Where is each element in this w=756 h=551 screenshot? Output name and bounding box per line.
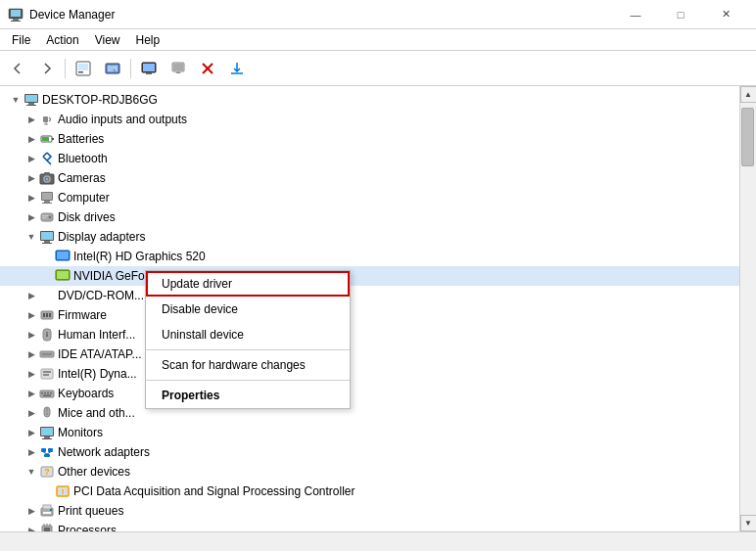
- tree-item-other[interactable]: ▼ ? Other devices: [0, 462, 739, 482]
- toolbar-back[interactable]: [4, 55, 31, 82]
- tree-item-hid[interactable]: ▶ Human Interf...: [0, 325, 739, 344]
- other-expand[interactable]: ▼: [24, 464, 39, 480]
- tree-item-mice[interactable]: ▶ Mice and oth...: [0, 403, 739, 423]
- dvd-expand[interactable]: ▶: [24, 288, 39, 303]
- bluetooth-icon: [39, 151, 55, 166]
- tree-item-bluetooth[interactable]: ▶ Bluetooth: [0, 149, 739, 168]
- diskdrives-label: Disk drives: [58, 210, 116, 224]
- scrollbar-thumb[interactable]: [741, 108, 754, 166]
- svg-rect-86: [43, 505, 51, 509]
- context-menu-uninstall-device[interactable]: Uninstall device: [146, 322, 350, 347]
- tree-item-computer[interactable]: ▶ Computer: [0, 188, 739, 207]
- root-expand[interactable]: ▼: [8, 92, 24, 108]
- svg-rect-43: [42, 243, 52, 244]
- print-expand[interactable]: ▶: [24, 503, 39, 519]
- hid-expand[interactable]: ▶: [24, 327, 39, 343]
- cameras-label: Cameras: [58, 171, 106, 185]
- svg-rect-76: [41, 448, 46, 452]
- tree-item-batteries[interactable]: ▶ Batteries: [0, 129, 739, 149]
- bluetooth-expand[interactable]: ▶: [24, 151, 39, 166]
- tree-item-ide[interactable]: ▶ IDE ATA/ATAP...: [0, 344, 739, 364]
- tree-item-diskdrives[interactable]: ▶ Disk drives: [0, 207, 739, 227]
- hid-label: Human Interf...: [58, 328, 135, 342]
- monitors-expand[interactable]: ▶: [24, 425, 39, 440]
- tree-item-intel-dyn[interactable]: ▶ Intel(R) Dyna...: [0, 364, 739, 384]
- context-menu-properties[interactable]: Properties: [146, 383, 350, 408]
- intel-dyn-expand[interactable]: ▶: [24, 366, 39, 382]
- mice-expand[interactable]: ▶: [24, 405, 39, 421]
- cameras-expand[interactable]: ▶: [24, 170, 39, 186]
- svg-rect-31: [44, 172, 50, 175]
- tree-item-dvd[interactable]: ▶ DVD/CD-ROM...: [0, 286, 739, 305]
- toolbar-device-update[interactable]: [165, 55, 192, 82]
- svg-rect-5: [78, 64, 88, 70]
- toolbar-forward[interactable]: [33, 55, 61, 82]
- print-icon: [39, 503, 55, 519]
- context-menu-update-driver[interactable]: Update driver: [146, 271, 350, 297]
- svg-point-71: [46, 413, 48, 415]
- batteries-expand[interactable]: ▶: [24, 131, 39, 147]
- tree-panel[interactable]: ▼ DESKTOP-RDJB6GG ▶: [0, 86, 739, 531]
- svg-rect-20: [28, 103, 34, 105]
- tree-item-intel-hd[interactable]: Intel(R) HD Graphics 520: [0, 247, 739, 266]
- toolbar-properties[interactable]: [70, 55, 97, 82]
- firmware-icon: [39, 307, 55, 323]
- svg-rect-64: [41, 392, 43, 394]
- tree-item-keyboards[interactable]: ▶ Keyboards: [0, 384, 739, 403]
- tree-item-cameras[interactable]: ▶ Cameras: [0, 168, 739, 188]
- menu-action[interactable]: Action: [38, 31, 86, 49]
- dvd-icon: [39, 288, 55, 303]
- close-button[interactable]: ✕: [703, 0, 748, 29]
- intel-dyn-label: Intel(R) Dyna...: [58, 367, 137, 381]
- svg-rect-75: [42, 438, 52, 439]
- hid-icon: [39, 327, 55, 343]
- scrollbar-down[interactable]: ▼: [740, 515, 757, 531]
- svg-line-79: [44, 452, 48, 454]
- tree-item-pci[interactable]: ! PCI Data Acquisition and Signal Proces…: [0, 482, 739, 501]
- maximize-button[interactable]: □: [658, 0, 703, 29]
- tree-item-display[interactable]: ▼ Display adapters: [0, 227, 739, 247]
- tree-item-monitors[interactable]: ▶ Monitors: [0, 423, 739, 442]
- processors-expand[interactable]: ▶: [24, 523, 39, 531]
- firmware-expand[interactable]: ▶: [24, 307, 39, 323]
- menu-view[interactable]: View: [87, 31, 128, 49]
- toolbar-remove[interactable]: [194, 55, 221, 82]
- context-menu-scan-hardware[interactable]: Scan for hardware changes: [146, 352, 350, 378]
- tree-item-audio[interactable]: ▶ Audio inputs and outputs: [0, 110, 739, 129]
- svg-rect-34: [44, 201, 50, 203]
- svg-rect-77: [48, 448, 53, 452]
- toolbar-monitor[interactable]: [135, 55, 163, 82]
- tree-item-firmware[interactable]: ▶ Firmware: [0, 305, 739, 325]
- svg-rect-41: [41, 232, 53, 240]
- computer-expand[interactable]: ▶: [24, 190, 39, 206]
- tree-item-network[interactable]: ▶ Network adapters: [0, 442, 739, 462]
- toolbar-download[interactable]: [223, 55, 251, 82]
- tree-item-nvidia[interactable]: NVIDIA GeForce 940M: [0, 266, 739, 286]
- display-expand[interactable]: ▼: [24, 229, 39, 245]
- scrollbar-up[interactable]: ▲: [740, 86, 757, 103]
- scrollbar-track[interactable]: [740, 103, 756, 515]
- ide-expand[interactable]: ▶: [24, 346, 39, 362]
- tree-root[interactable]: ▼ DESKTOP-RDJB6GG: [0, 90, 739, 110]
- tree-item-print[interactable]: ▶ Print queues: [0, 501, 739, 521]
- menu-help[interactable]: Help: [128, 31, 168, 49]
- network-expand[interactable]: ▶: [24, 444, 39, 460]
- title-bar-left: Device Manager: [8, 7, 115, 23]
- diskdrives-expand[interactable]: ▶: [24, 209, 39, 225]
- toolbar-scan[interactable]: 🔍: [99, 55, 126, 82]
- scrollbar[interactable]: ▲ ▼: [739, 86, 756, 531]
- minimize-button[interactable]: —: [613, 0, 658, 29]
- tree-item-processors[interactable]: ▶ Processors: [0, 521, 739, 531]
- svg-point-37: [49, 216, 52, 219]
- svg-rect-59: [42, 353, 52, 355]
- svg-rect-1: [11, 10, 21, 17]
- audio-expand[interactable]: ▶: [24, 112, 39, 127]
- svg-point-30: [46, 178, 49, 181]
- context-menu-disable-device[interactable]: Disable device: [146, 297, 350, 322]
- keyboards-expand[interactable]: ▶: [24, 386, 39, 401]
- status-bar: [0, 531, 756, 551]
- svg-rect-6: [78, 71, 83, 73]
- menu-file[interactable]: File: [4, 31, 38, 49]
- svg-rect-3: [11, 21, 21, 22]
- network-label: Network adapters: [58, 445, 150, 459]
